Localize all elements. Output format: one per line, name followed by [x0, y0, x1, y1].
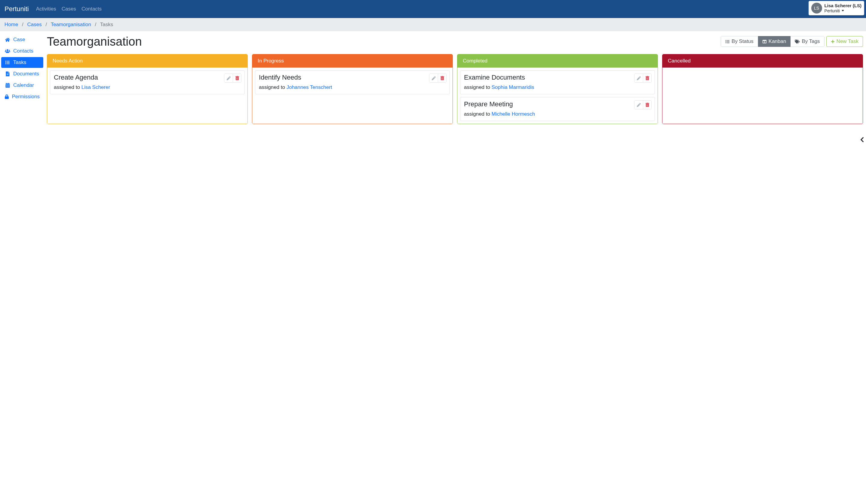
view-label: By Status [732, 38, 754, 44]
sidebar-item-label: Contacts [13, 48, 33, 54]
sidebar-item-permissions[interactable]: Permissions [1, 91, 43, 102]
kanban-board: Needs ActionCreate Agendaassigned to Lis… [47, 54, 863, 124]
crumb-tasks: Tasks [100, 22, 113, 27]
breadcrumb-sep: / [95, 22, 97, 27]
sidebar-item-label: Documents [13, 71, 39, 77]
sidebar-item-calendar[interactable]: Calendar [1, 80, 43, 91]
kanban-column-progress: In ProgressIdentify Needsassigned to Joh… [252, 54, 453, 124]
trash-icon [646, 76, 649, 80]
pencil-icon [637, 76, 641, 80]
task-title: Create Agenda [54, 73, 241, 81]
crumb-home[interactable]: Home [4, 22, 18, 27]
tags-icon [795, 39, 800, 44]
user-org-label: Pertuniti [824, 8, 840, 13]
breadcrumb-sep: / [45, 22, 47, 27]
delete-button[interactable] [233, 74, 241, 82]
column-body[interactable]: Create Agendaassigned to Lisa Scherer [47, 68, 247, 124]
content-header: Teamorganisation By Status Kanban [47, 35, 863, 48]
card-actions [224, 73, 242, 83]
home-icon [5, 37, 10, 42]
task-card[interactable]: Prepare Meetingassigned to Michelle Horm… [460, 97, 655, 121]
content: Teamorganisation By Status Kanban [44, 31, 866, 127]
edit-button[interactable] [634, 74, 643, 82]
view-by-status[interactable]: By Status [721, 36, 758, 47]
sidebar-item-label: Permissions [12, 94, 40, 100]
view-by-tags[interactable]: By Tags [790, 36, 824, 47]
new-task-button[interactable]: New Task [826, 36, 863, 47]
task-assigned: assigned to Lisa Scherer [54, 84, 241, 90]
user-org: Pertuniti [824, 8, 862, 13]
avatar: LS [811, 3, 822, 13]
card-actions [429, 73, 446, 83]
user-info: Lisa Scherer (LS) Pertuniti [824, 3, 862, 13]
pencil-icon [432, 76, 436, 80]
task-title: Examine Documents [464, 73, 651, 81]
lock-icon [5, 94, 9, 99]
toolbar: By Status Kanban By Tags [721, 36, 863, 47]
column-header: Completed [457, 54, 658, 68]
view-switch: By Status Kanban By Tags [721, 36, 824, 47]
user-menu[interactable]: LS Lisa Scherer (LS) Pertuniti [809, 1, 864, 15]
card-actions [634, 73, 652, 83]
brand[interactable]: Pertuniti [4, 5, 29, 13]
view-kanban[interactable]: Kanban [758, 36, 791, 47]
task-title: Prepare Meeting [464, 100, 651, 108]
nav-contacts[interactable]: Contacts [81, 6, 102, 12]
assignee-link[interactable]: Lisa Scherer [81, 84, 110, 90]
assignee-link[interactable]: Michelle Hormesch [492, 111, 535, 117]
delete-button[interactable] [438, 74, 446, 82]
task-title: Identify Needs [259, 73, 446, 81]
caret-down-icon [842, 10, 844, 11]
view-label: Kanban [768, 38, 786, 44]
sidebar-item-label: Tasks [13, 59, 26, 66]
crumb-team[interactable]: Teamorganisation [51, 22, 91, 27]
trash-icon [441, 76, 444, 80]
task-assigned: assigned to Michelle Hormesch [464, 111, 651, 117]
sidebar-item-documents[interactable]: Documents [1, 68, 43, 79]
view-label: By Tags [802, 38, 820, 44]
task-card[interactable]: Identify Needsassigned to Johannes Tensc… [255, 70, 450, 94]
edit-button[interactable] [634, 101, 643, 109]
calendar-icon [5, 83, 10, 88]
nav-activities[interactable]: Activities [36, 6, 56, 12]
column-header: Cancelled [663, 54, 863, 68]
assigned-prefix: assigned to [464, 84, 492, 90]
page-title: Teamorganisation [47, 35, 142, 48]
pencil-icon [637, 103, 641, 107]
nav-cases[interactable]: Cases [62, 6, 76, 12]
assignee-link[interactable]: Johannes Tenschert [287, 84, 332, 90]
sidebar-item-label: Calendar [13, 82, 34, 88]
task-card[interactable]: Examine Documentsassigned to Sophia Marm… [460, 70, 655, 94]
crumb-cases[interactable]: Cases [27, 22, 42, 27]
edit-button[interactable] [430, 74, 438, 82]
breadcrumb: Home / Cases / Teamorganisation / Tasks [0, 18, 866, 31]
column-body[interactable]: Examine Documentsassigned to Sophia Marm… [457, 68, 658, 124]
breadcrumb-sep: / [22, 22, 23, 27]
assigned-prefix: assigned to [464, 111, 492, 117]
sidebar-item-contacts[interactable]: Contacts [1, 46, 43, 56]
sidebar-item-label: Case [13, 37, 25, 43]
card-actions [634, 100, 652, 109]
task-card[interactable]: Create Agendaassigned to Lisa Scherer [50, 70, 245, 94]
task-assigned: assigned to Johannes Tenschert [259, 84, 446, 90]
new-task-label: New Task [836, 38, 858, 44]
top-navbar: Pertuniti Activities Cases Contacts LS L… [0, 0, 866, 18]
column-body[interactable]: Identify Needsassigned to Johannes Tensc… [252, 68, 453, 124]
kanban-column-completed: CompletedExamine Documentsassigned to So… [457, 54, 658, 124]
assignee-link[interactable]: Sophia Marmaridis [492, 84, 534, 90]
trash-icon [235, 76, 239, 80]
users-icon [5, 49, 10, 53]
file-icon [5, 71, 10, 76]
edit-button[interactable] [224, 74, 233, 82]
column-body[interactable] [663, 68, 863, 124]
task-assigned: assigned to Sophia Marmaridis [464, 84, 651, 90]
pencil-icon [227, 76, 231, 80]
trash-icon [646, 103, 649, 107]
sidebar-item-case[interactable]: Case [1, 34, 43, 45]
list-icon [725, 39, 730, 44]
plus-icon [831, 39, 835, 44]
delete-button[interactable] [643, 74, 651, 82]
kanban-column-needs: Needs ActionCreate Agendaassigned to Lis… [47, 54, 248, 124]
delete-button[interactable] [643, 101, 651, 109]
sidebar-item-tasks[interactable]: Tasks [1, 57, 43, 68]
